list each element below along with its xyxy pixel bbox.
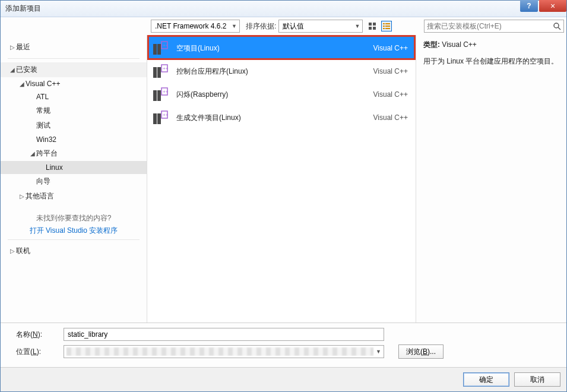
sidebar-crossplat[interactable]: ◢跨平台 — [1, 146, 147, 161]
grid-view-icon[interactable] — [368, 21, 377, 31]
sidebar-recent[interactable]: ▷最近 — [1, 40, 147, 55]
svg-rect-13 — [157, 44, 161, 55]
sidebar-installed[interactable]: ◢已安装 — [1, 62, 147, 77]
svg-rect-5 — [385, 23, 390, 24]
sidebar-online[interactable]: ▷联机 — [1, 244, 147, 258]
template-type: Visual C++ — [373, 90, 408, 99]
template-blink[interactable]: ++ 闪烁(Raspberry) Visual C++ — [148, 83, 415, 106]
svg-rect-1 — [373, 23, 376, 26]
sidebar-win32[interactable]: Win32 — [1, 133, 147, 146]
project-icon: ++ — [151, 86, 169, 103]
template-makefile[interactable]: ++ 生成文件项目(Linux) Visual C++ — [148, 106, 415, 129]
chevron-down-icon: ▼ — [232, 23, 237, 29]
template-type: Visual C++ — [373, 113, 408, 122]
open-installer-link[interactable]: 打开 Visual Studio 安装程序 — [1, 226, 147, 236]
sidebar-otherlang[interactable]: ▷其他语言 — [1, 189, 147, 204]
chevron-down-icon: ▼ — [354, 23, 360, 29]
svg-rect-20 — [153, 90, 157, 101]
template-name: 空项目(Linux) — [176, 43, 373, 53]
name-field[interactable] — [64, 328, 384, 341]
location-dropdown[interactable]: ▼ — [64, 345, 384, 358]
browse-button[interactable]: 浏览(B)... — [398, 344, 444, 359]
sidebar-linux[interactable]: Linux — [1, 161, 147, 174]
svg-line-11 — [558, 27, 560, 30]
template-name: 生成文件项目(Linux) — [176, 113, 373, 123]
svg-text:++: ++ — [163, 112, 169, 118]
project-icon: ++ — [151, 109, 169, 126]
svg-rect-21 — [157, 90, 161, 101]
footer: 确定 取消 — [1, 367, 566, 391]
framework-label: .NET Framework 4.6.2 — [155, 22, 226, 30]
sidebar-general[interactable]: 常规 — [1, 103, 147, 118]
cancel-button[interactable]: 取消 — [514, 372, 560, 387]
list-view-icon[interactable] — [382, 21, 391, 31]
template-list: ++ 空项目(Linux) Visual C++ ++ 控制台应用程序(Linu… — [147, 35, 416, 129]
help-button[interactable]: ? — [520, 0, 538, 12]
svg-rect-0 — [369, 23, 372, 26]
type-row: 类型: Visual C++ — [423, 40, 559, 50]
form-area: 名称(N): 位置(L): ▼ 浏览(B)... — [1, 323, 566, 367]
template-panel: ++ 空项目(Linux) Visual C++ ++ 控制台应用程序(Linu… — [147, 35, 416, 323]
chevron-down-icon: ▼ — [376, 349, 381, 355]
framework-dropdown[interactable]: .NET Framework 4.6.2 ▼ — [151, 20, 240, 33]
svg-rect-25 — [157, 113, 161, 124]
sort-dropdown[interactable]: 默认值 ▼ — [278, 20, 363, 33]
toolbar: .NET Framework 4.6.2 ▼ 排序依据: 默认值 ▼ — [147, 17, 416, 35]
template-type: Visual C++ — [373, 67, 408, 75]
svg-rect-3 — [373, 27, 376, 30]
titlebar[interactable]: 添加新项目 ? × — [1, 1, 566, 17]
window-title: 添加新项目 — [5, 4, 520, 14]
search-box[interactable] — [424, 20, 564, 33]
sidebar-hint: 未找到你要查找的内容? — [1, 213, 147, 223]
sidebar-atl[interactable]: ATL — [1, 90, 147, 103]
template-name: 闪烁(Raspberry) — [176, 90, 373, 100]
sidebar-wizard[interactable]: 向导 — [1, 174, 147, 189]
template-empty-project[interactable]: ++ 空项目(Linux) Visual C++ — [148, 37, 415, 59]
search-input[interactable] — [427, 22, 553, 30]
svg-rect-7 — [385, 26, 390, 27]
sort-value: 默认值 — [283, 21, 304, 31]
template-name: 控制台应用程序(Linux) — [176, 67, 373, 77]
close-button[interactable]: × — [539, 0, 566, 12]
svg-rect-12 — [153, 44, 157, 55]
new-project-dialog: 添加新项目 ? × .NET Framework 4.6.2 ▼ 排序依据: 默… — [0, 0, 567, 392]
name-label: 名称(N): — [16, 330, 64, 340]
sidebar-test[interactable]: 测试 — [1, 118, 147, 133]
description: 用于为 Linux 平台创建应用程序的空项目。 — [423, 56, 559, 67]
content: .NET Framework 4.6.2 ▼ 排序依据: 默认值 ▼ — [1, 17, 566, 391]
sort-label: 排序依据: — [246, 21, 276, 31]
location-value — [66, 347, 373, 356]
svg-rect-8 — [383, 28, 385, 29]
search-icon — [553, 22, 561, 30]
svg-point-10 — [554, 23, 559, 28]
sidebar: ▷最近 ◢已安装 ◢Visual C++ ATL 常规 测试 Win32 ◢跨平… — [1, 35, 147, 323]
sidebar-visualcpp[interactable]: ◢Visual C++ — [1, 77, 147, 90]
svg-rect-16 — [153, 67, 157, 78]
svg-rect-24 — [153, 113, 157, 124]
details-panel: 类型: Visual C++ 用于为 Linux 平台创建应用程序的空项目。 — [416, 35, 566, 323]
project-icon: ++ — [151, 40, 169, 56]
location-label: 位置(L): — [16, 347, 64, 357]
template-type: Visual C++ — [373, 44, 408, 52]
project-icon: ++ — [151, 63, 169, 80]
svg-rect-6 — [383, 26, 385, 27]
svg-text:++: ++ — [163, 43, 169, 48]
svg-rect-2 — [369, 27, 372, 30]
template-console-app[interactable]: ++ 控制台应用程序(Linux) Visual C++ — [148, 60, 415, 83]
svg-text:++: ++ — [163, 66, 169, 71]
svg-rect-4 — [383, 23, 385, 24]
ok-button[interactable]: 确定 — [463, 372, 509, 387]
svg-rect-9 — [385, 28, 390, 29]
window-buttons: ? × — [520, 1, 566, 17]
svg-rect-17 — [157, 67, 161, 78]
svg-text:++: ++ — [163, 89, 169, 94]
